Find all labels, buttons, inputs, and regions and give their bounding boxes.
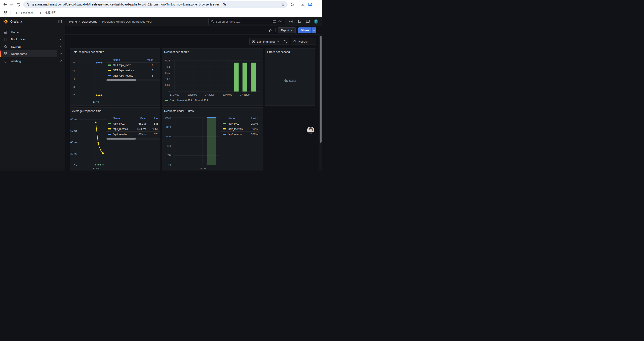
panel-title[interactable]: Average response time [72,109,101,113]
legend-scrollbar-thumb[interactable] [106,79,136,81]
chevron-down-icon[interactable] [60,53,62,55]
series-color-pill [108,128,111,129]
legend-header-name[interactable]: Name [113,58,138,62]
legend-value: 661 µs [132,122,146,125]
chevron-down-icon[interactable] [60,45,62,48]
svg-text:17:40:00: 17:40:00 [222,94,232,96]
legend-series-name[interactable]: /api/_readyz [228,133,244,136]
search-placeholder: Search or jump to... [216,20,240,23]
legend-series[interactable]: 2xx [165,99,174,102]
legend-series-name[interactable]: GET /api/_livez [113,64,138,67]
grafana-logo[interactable] [3,19,8,24]
grafana-header: Grafana Home›Dashboards›Freeleaps Metric… [0,17,322,26]
help-button[interactable]: ? [289,19,294,24]
user-avatar-image [314,19,318,24]
legend-series-name[interactable]: GET /api/_readyz [113,74,138,77]
sidebar-item-dashboards[interactable]: Dashboards [0,50,65,57]
monitor-icon [306,20,310,24]
bookmarks-divider [10,11,11,15]
panel-request-per-minute: Request per minute00.050.10.150.20.2517:… [162,48,263,106]
breadcrumb-item-1[interactable]: Dashboards [82,20,97,23]
series-color-pill [223,123,226,124]
chevron-down-icon[interactable] [60,38,62,41]
user-avatar[interactable] [314,19,318,24]
bookmark-folder-1[interactable]: 收藏博客 [38,10,58,16]
clock-icon [252,40,255,43]
svg-text:17:37:00: 17:37:00 [170,94,179,96]
keyboard-icon [273,20,276,23]
legend-row: /api/_livez661 µs646 [106,121,160,126]
page-scrollbar-thumb[interactable] [320,36,322,143]
forward-icon [10,2,14,7]
panel-title[interactable]: Requests under 100ms [164,109,194,113]
time-range-picker[interactable]: Last 5 minutes [250,38,282,45]
share-button[interactable]: Share [298,28,316,33]
series-color-pill [108,70,111,71]
zoom-out-button[interactable] [282,38,289,45]
browser-menu-button[interactable] [314,1,320,8]
svg-text:20 ms: 20 ms [70,152,77,155]
url-text[interactable]: grafana.mathmast.com/d/deytv4rwavabkb/fr… [32,3,281,6]
floating-assistant-avatar[interactable] [307,126,314,134]
chevron-down-icon[interactable] [60,60,62,62]
sidebar-item-home[interactable]: Home [0,29,65,36]
legend-row: /api/_readyz100% [221,132,259,137]
bell-icon [0,59,11,63]
legend-scrollbar[interactable] [106,138,160,140]
apps-grid-icon [4,11,8,15]
legend-series-name[interactable]: /api/_livez [228,122,244,125]
back-button[interactable] [2,1,8,8]
bookmark-folder-0[interactable]: Freeleaps [14,11,36,15]
panel-toggle-icon [58,20,62,24]
panel-title[interactable]: Errors per second [267,50,290,54]
legend-series-name[interactable]: /api/_readyz [113,133,131,136]
extensions-button[interactable] [289,1,296,8]
reload-button[interactable] [15,1,22,8]
share-label[interactable]: Share [298,28,312,33]
kiosk-mode-button[interactable] [305,19,310,24]
legend-row: /api/_metrics40.1 ms20.5 r [106,126,160,132]
chevron-down-icon [313,29,315,32]
sidebar-item-bookmarks[interactable]: Bookmarks [0,36,65,43]
share-dropdown-button[interactable] [312,28,316,33]
legend-row: GET /api/_metrics2 [106,68,160,73]
news-button[interactable] [297,19,302,24]
panel-title[interactable]: Total requests per minute [72,50,104,54]
legend-header-name[interactable]: Name [113,117,131,120]
profile-button[interactable] [307,1,313,8]
refresh-interval-dropdown[interactable] [311,38,316,45]
legend-scrollbar-thumb[interactable] [106,138,136,140]
legend-header: Las [148,117,158,120]
legend-series-name[interactable]: /api/_metrics [113,128,131,131]
legend-series-name[interactable]: /api/_livez [113,122,131,125]
search-input[interactable]: Search or jump to... ⌘+k [208,18,285,25]
refresh-button[interactable]: Refresh [291,38,310,45]
svg-text:0: 0 [168,90,170,93]
panel-title[interactable]: Request per minute [164,50,189,54]
brand-name[interactable]: Grafana [10,20,22,23]
bookmark-star-icon[interactable] [281,3,285,6]
site-settings-icon[interactable] [26,3,30,6]
svg-text:2: 2 [74,94,75,96]
export-button[interactable]: Export [278,28,296,33]
favorite-dashboard-button[interactable] [268,28,273,33]
breadcrumb-item-2: Freeleaps Metrics Dashboard (ALPHA) [102,20,152,23]
screen: grafana.mathmast.com/d/deytv4rwavabkb/fr… [0,0,322,171]
legend-series-name[interactable]: /api/_metrics [228,128,244,131]
apps-grid-button[interactable] [3,10,8,16]
svg-text:6: 6 [74,61,75,64]
url-bar[interactable]: grafana.mathmast.com/d/deytv4rwavabkb/fr… [23,1,288,8]
sidebar-item-starred[interactable]: Starred [0,43,65,50]
sidebar-item-alerting[interactable]: Alerting [0,58,65,65]
legend-value: 100% [246,128,258,131]
legend-series-name[interactable]: GET /api/_metrics [113,69,138,72]
forward-button[interactable] [8,1,15,8]
sidebar-nav: HomeBookmarksStarredDashboardsAlerting [0,26,65,171]
legend-header-name[interactable]: Name [228,117,244,120]
chart-plot[interactable]: 00.050.10.150.20.2517:37:0017:38:0017:39… [162,56,263,106]
legend-value: 605 µs [132,133,146,136]
sidebar-toggle-button[interactable] [58,20,62,24]
downloads-button[interactable] [300,1,306,8]
legend-scrollbar[interactable] [106,79,160,81]
breadcrumb-item-0[interactable]: Home [69,20,77,23]
